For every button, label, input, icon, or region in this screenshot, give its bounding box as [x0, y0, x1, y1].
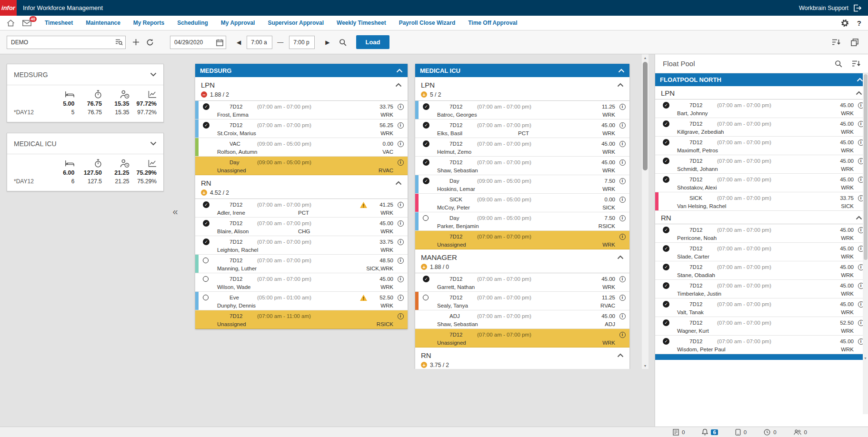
info-icon[interactable]: i [615, 197, 629, 203]
shift-row[interactable]: ✓ 7D12 (07:00 am - 07:00 pm) 45.00 i Sla… [655, 243, 868, 261]
shift-row[interactable]: ✓ 7D12 (07:00 am - 07:00 pm) 33.75 i Fro… [195, 101, 408, 119]
calendar-icon[interactable] [216, 39, 223, 46]
shift-row[interactable]: ✓ 7D12 (07:00 am - 07:00 pm) 45.00 i Gar… [415, 273, 629, 292]
shift-row[interactable]: ✓ 7D12 (07:00 am - 07:00 pm) 33.75 i Lei… [195, 236, 408, 255]
info-icon[interactable]: i [393, 258, 408, 264]
unit-column-header[interactable]: MEDICAL ICU [415, 64, 629, 77]
info-icon[interactable]: i [615, 332, 629, 338]
nav-item-time-off-approval[interactable]: Time Off Approval [468, 20, 517, 26]
info-icon[interactable]: i [615, 313, 629, 319]
floatpool-search-icon[interactable] [835, 60, 842, 68]
floatpool-next-group-header[interactable] [655, 354, 868, 360]
shift-row[interactable]: ✓ 7D12 (07:00 am - 07:00 pm) 45.00 i Kil… [655, 118, 868, 137]
collapse-section-icon[interactable] [395, 181, 402, 185]
info-icon[interactable]: i [393, 313, 408, 319]
info-icon[interactable]: i [393, 141, 408, 147]
add-icon[interactable] [132, 39, 140, 46]
refresh-icon[interactable] [146, 39, 154, 46]
statusbar-item-people[interactable]: 0 [794, 429, 807, 436]
nav-item-timesheet[interactable]: Timesheet [45, 20, 73, 26]
shift-row[interactable]: ✓ 7D12 (07:00 am - 07:00 pm) 45.00 i Sta… [655, 261, 868, 280]
sidebar-collapse-handle[interactable]: « [168, 54, 183, 369]
floatpool-scrollbar-thumb[interactable] [864, 74, 868, 260]
end-time-input[interactable] [289, 36, 315, 49]
collapse-group-icon[interactable] [857, 78, 863, 82]
shift-row[interactable]: ✓ 7D12 (07:00 am - 07:00 pm) 45.00 i Val… [655, 298, 868, 317]
info-icon[interactable]: i [615, 141, 629, 147]
start-time-input[interactable] [247, 36, 272, 49]
shift-row[interactable]: SICK (07:00 am - 07:00 pm) 33.75 i Van H… [655, 192, 868, 211]
floatpool-group-header[interactable]: FLOATPOOL NORTH [655, 73, 868, 86]
shift-row[interactable]: ✓ Day (09:00 am - 05:00 pm) 7.50 i Hoski… [415, 175, 629, 194]
shift-row[interactable]: ✓ 7D12 (07:00 am - 07:00 pm) 45.00 i Per… [655, 224, 868, 243]
shift-row[interactable]: 7D12 (07:00 am - 07:00 pm) 48.50 i Manni… [195, 255, 408, 273]
collapse-section-icon[interactable] [395, 83, 402, 87]
scroll-down-icon[interactable]: ▼ [642, 362, 649, 369]
infor-logo[interactable]: infor [0, 0, 17, 16]
board-scrollbar[interactable]: ▲ ▼ [642, 54, 649, 369]
shift-row[interactable]: ✓ 7D12 (07:00 am - 07:00 pm) 45.00 i Hel… [415, 138, 629, 157]
statusbar-item-device[interactable]: 0 [735, 429, 747, 436]
nav-item-scheduling[interactable]: Scheduling [177, 20, 208, 26]
skill-section-header[interactable]: RN [415, 348, 629, 360]
search-icon[interactable] [339, 39, 347, 46]
info-icon[interactable]: i [615, 104, 629, 110]
shift-row[interactable]: ✓ 7D12 (07:00 am - 07:00 pm) 52.50 i Wag… [655, 317, 868, 336]
skill-section-header[interactable]: LPN [415, 77, 629, 90]
shift-row[interactable]: ✓ 7D12 (07:00 am - 07:00 pm) 45.00 i Tim… [655, 280, 868, 298]
prev-day-icon[interactable]: ◀ [237, 39, 241, 46]
collapse-section-icon[interactable] [617, 353, 624, 358]
info-icon[interactable]: i [393, 220, 408, 227]
collapse-section-icon[interactable] [856, 91, 862, 95]
board-scrollbar-thumb[interactable] [643, 62, 648, 170]
info-icon[interactable]: i [615, 215, 629, 221]
statusbar-item-form[interactable]: 0 [673, 429, 685, 436]
collapse-section-icon[interactable] [617, 255, 624, 259]
shift-row[interactable]: ✓ 7D12 (07:00 am - 07:00 pm) 41.25 i Adl… [195, 199, 408, 218]
layout-icon[interactable] [851, 39, 858, 46]
scroll-up-icon[interactable]: ▲ [642, 54, 649, 61]
collapse-section-icon[interactable] [617, 83, 624, 87]
load-button[interactable]: Load [356, 35, 389, 49]
chevron-down-icon[interactable] [150, 72, 157, 77]
shift-row[interactable]: ADJ (07:00 am - 07:00 pm) 45.00 i Shaw, … [415, 310, 629, 329]
info-icon[interactable]: i [615, 295, 629, 301]
info-icon[interactable]: i [393, 159, 408, 166]
inbox-icon[interactable]: 40 [22, 20, 31, 26]
shift-row[interactable]: ✓ 7D12 (07:00 am - 07:00 pm) 45.00 i Wis… [655, 336, 868, 354]
nav-item-supervisor-approval[interactable]: Supervisor Approval [268, 20, 324, 26]
shift-row[interactable]: VAC (09:00 am - 05:00 pm) 0.00 i Rolfson… [195, 138, 408, 157]
shift-row[interactable]: ✓ 7D12 (07:00 am - 07:00 pm) 45.00 i Max… [655, 137, 868, 155]
floatpool-sort-icon[interactable] [852, 60, 860, 68]
collapse-column-icon[interactable] [396, 69, 403, 73]
info-icon[interactable]: i [393, 104, 408, 110]
nav-item-weekly-timesheet[interactable]: Weekly Timesheet [337, 20, 386, 26]
shift-row[interactable]: 7D12 (07:00 am - 07:00 pm) 11.25 i Sealy… [415, 292, 629, 310]
skill-section-header[interactable]: LPN [195, 77, 408, 90]
collapse-column-icon[interactable] [618, 69, 625, 73]
shift-row[interactable]: ✓ 7D12 (07:00 am - 07:00 pm) 45.00 i Sho… [655, 174, 868, 192]
unit-column-header[interactable]: MEDSURG [195, 64, 408, 77]
unit-summary-header[interactable]: MEDICAL ICU [7, 133, 163, 154]
skill-section-header[interactable]: LPN [655, 86, 868, 99]
statusbar-item-bell[interactable]: 6 [702, 428, 718, 436]
lookup-icon[interactable] [115, 39, 123, 46]
team-input[interactable] [7, 36, 126, 49]
unassigned-shift-row[interactable]: 7D12 (07:00 am - 07:00 pm) i Unassigned … [415, 231, 629, 249]
info-icon[interactable]: i [615, 234, 629, 240]
info-icon[interactable]: i [393, 276, 408, 282]
shift-row[interactable]: ✓ 7D12 (07:00 am - 07:00 pm) 45.00 i Sch… [655, 155, 868, 174]
nav-item-my-reports[interactable]: My Reports [133, 20, 164, 26]
sort-icon[interactable] [832, 39, 840, 46]
shift-row[interactable]: ✓ 7D12 (07:00 am - 07:00 pm) 45.00 i Bla… [195, 218, 408, 236]
next-day-icon[interactable]: ▶ [325, 39, 329, 46]
shift-row[interactable]: 7D12 (07:00 am - 07:00 pm) 45.00 i Wilso… [195, 273, 408, 292]
skill-section-header[interactable]: RN [195, 175, 408, 188]
shift-row[interactable]: ✓ 7D12 (07:00 am - 07:00 pm) 11.25 i Bat… [415, 101, 629, 119]
floatpool-scrollbar[interactable]: ▼ [863, 73, 868, 414]
info-icon[interactable]: i [393, 202, 408, 208]
shift-row[interactable]: Day (09:00 am - 05:00 pm) 7.50 i Parker,… [415, 212, 629, 231]
collapse-section-icon[interactable] [856, 216, 862, 220]
info-icon[interactable]: i [615, 159, 629, 166]
unassigned-shift-row[interactable]: Day (09:00 am - 05:00 pm) i Unassigned R… [195, 157, 408, 175]
